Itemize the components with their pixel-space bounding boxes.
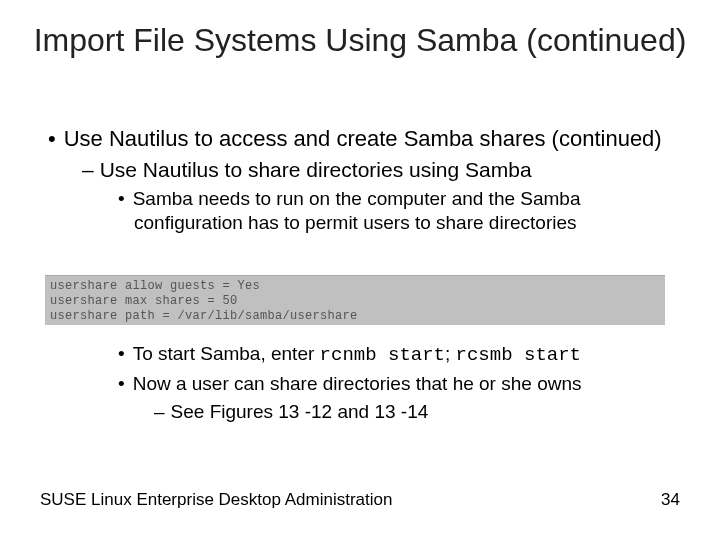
slide: Import File Systems Using Samba (continu… bbox=[0, 0, 720, 540]
bullet-text-prefix: To start Samba, enter bbox=[133, 343, 320, 364]
bullet-dot-icon: • bbox=[48, 126, 64, 151]
bullet-level-3: •Samba needs to run on the computer and … bbox=[118, 187, 690, 235]
footer-text: SUSE Linux Enterprise Desktop Administra… bbox=[40, 490, 392, 510]
dash-icon: – bbox=[82, 158, 100, 181]
bullet-level-3: •To start Samba, enter rcnmb start; rcsm… bbox=[118, 342, 690, 368]
bullet-dot-icon: • bbox=[118, 343, 133, 364]
slide-title: Import File Systems Using Samba (continu… bbox=[0, 20, 720, 60]
dash-icon: – bbox=[154, 401, 171, 422]
bullet-text: Use Nautilus to access and create Samba … bbox=[64, 126, 662, 151]
bullet-text-sep: ; bbox=[445, 343, 456, 364]
bullet-text: Use Nautilus to share directories using … bbox=[100, 158, 532, 181]
code-text: usershare allow guests = Yes usershare m… bbox=[50, 279, 660, 324]
bullet-level-2: –Use Nautilus to share directories using… bbox=[82, 157, 690, 183]
bullet-dot-icon: • bbox=[118, 188, 133, 209]
bullet-level-4: –See Figures 13 -12 and 13 -14 bbox=[154, 400, 690, 425]
slide-body-lower: •To start Samba, enter rcnmb start; rcsm… bbox=[48, 342, 690, 429]
slide-body-upper: •Use Nautilus to access and create Samba… bbox=[48, 125, 690, 238]
bullet-dot-icon: • bbox=[118, 373, 133, 394]
page-number: 34 bbox=[661, 490, 680, 510]
bullet-text: Now a user can share directories that he… bbox=[133, 373, 582, 394]
bullet-level-3: •Now a user can share directories that h… bbox=[118, 372, 690, 397]
code-inline: rcsmb start bbox=[456, 344, 581, 366]
bullet-text: Samba needs to run on the computer and t… bbox=[133, 188, 581, 233]
code-block: usershare allow guests = Yes usershare m… bbox=[45, 275, 665, 325]
bullet-text: See Figures 13 -12 and 13 -14 bbox=[171, 401, 429, 422]
bullet-level-1: •Use Nautilus to access and create Samba… bbox=[48, 125, 690, 153]
code-inline: rcnmb start bbox=[320, 344, 445, 366]
